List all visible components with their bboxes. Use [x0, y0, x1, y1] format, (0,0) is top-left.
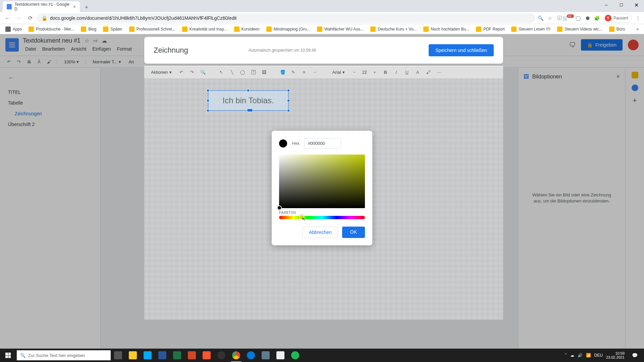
system-tray: ˄ ☁ 🔊 📶 DEU 10:59 23.02.2021 💬 — [565, 351, 644, 359]
drawing-title: Zeichnung — [154, 46, 188, 55]
line-tool-icon[interactable]: ╲ — [229, 69, 235, 75]
start-button[interactable] — [0, 349, 16, 362]
taskbar-app-edge[interactable] — [244, 349, 258, 362]
bookmark-item[interactable]: PDF Report — [473, 25, 507, 33]
selected-textbox[interactable]: Ich bin Tobias. — [208, 90, 288, 111]
action-center-icon[interactable]: 💬 — [628, 353, 641, 358]
select-tool-icon[interactable]: ↖ — [218, 69, 224, 75]
taskbar-app-generic[interactable] — [140, 349, 155, 362]
tray-chevron-up-icon[interactable]: ˄ — [565, 353, 567, 358]
border-weight-icon[interactable]: ≡ — [301, 69, 307, 75]
more-icon[interactable]: ⋯ — [436, 69, 442, 75]
taskbar-app-word[interactable] — [155, 349, 170, 362]
undo-icon[interactable]: ↶ — [178, 69, 184, 75]
text-color-icon[interactable]: A — [415, 69, 421, 75]
fill-color-icon[interactable]: 🪣 — [280, 69, 286, 75]
task-view-button[interactable] — [111, 349, 125, 362]
star-icon[interactable]: ☆ — [547, 15, 553, 21]
adblock-extension-icon[interactable]: ⬢ — [584, 15, 591, 21]
border-color-icon[interactable]: ✎ — [290, 69, 297, 75]
tab-title: Textdokument neu #1 - Google D — [14, 2, 70, 11]
italic-icon[interactable]: I — [393, 69, 399, 75]
tray-language[interactable]: DEU — [594, 353, 603, 358]
tray-wifi-icon[interactable]: 📶 — [586, 353, 591, 358]
maximize-button[interactable]: ☐ — [614, 0, 629, 10]
taskbar-app-chrome[interactable] — [229, 349, 244, 362]
extension-icon[interactable]: ⓘ — [556, 15, 563, 21]
bookmark-item[interactable]: Steuern Videos wic... — [554, 25, 605, 33]
textbox-text: Ich bin Tobias. — [223, 96, 274, 105]
drawing-font-select[interactable]: Arial ▾ — [330, 69, 347, 75]
redo-icon[interactable]: ↷ — [189, 69, 195, 75]
save-and-close-button[interactable]: Speichern und schließen — [429, 44, 494, 56]
shape-tool-icon[interactable]: ◯ — [240, 69, 246, 75]
sv-picker-handle[interactable] — [277, 205, 282, 210]
cursor-icon: ↖ — [302, 217, 306, 222]
close-window-button[interactable]: ✕ — [629, 0, 644, 10]
underline-icon[interactable]: U — [404, 69, 410, 75]
border-dash-icon[interactable]: ┄ — [312, 69, 318, 75]
taskbar-app-notepad[interactable] — [273, 349, 288, 362]
font-decrease-icon[interactable]: − — [352, 69, 358, 75]
forward-button[interactable]: → — [14, 13, 23, 23]
hex-input[interactable] — [304, 138, 341, 148]
taskbar-app-powerpoint[interactable] — [184, 349, 199, 362]
bookmark-item[interactable]: Wahlfächer WU Aus... — [314, 25, 366, 33]
hue-slider[interactable]: ↖ — [279, 216, 365, 219]
font-increase-icon[interactable]: + — [372, 69, 378, 75]
highlight-icon[interactable]: 🖍 — [425, 69, 431, 75]
taskbar-app-brave[interactable] — [199, 349, 214, 362]
close-tab-icon[interactable]: × — [73, 4, 76, 9]
taskbar-clock[interactable]: 10:59 23.02.2021 — [606, 351, 625, 359]
bookmark-item[interactable]: Kursideen — [231, 25, 262, 33]
search-placeholder: Zur Suche Text hier eingeben — [28, 353, 85, 358]
back-button[interactable]: ← — [3, 13, 12, 23]
cart-extension-icon[interactable]: 🛒99+ — [566, 15, 572, 21]
bookmarks-bar: Apps Produktsuche - Mer... Blog Später P… — [0, 24, 644, 34]
zoom-icon[interactable]: 🔍 — [537, 15, 544, 21]
taskbar-app-generic2[interactable] — [258, 349, 273, 362]
new-tab-button[interactable]: + — [82, 3, 91, 12]
ok-button[interactable]: OK — [342, 227, 365, 238]
taskbar-search[interactable]: 🔍 Zur Suche Text hier eingeben — [17, 350, 111, 360]
bookmark-item[interactable]: Kreativität und Insp... — [179, 25, 230, 33]
color-picker-dialog: Hex FARBTON ↖ Abbrechen OK — [272, 131, 372, 245]
bookmark-item[interactable]: Später — [100, 25, 125, 33]
bold-icon[interactable]: B — [382, 69, 388, 75]
address-bar[interactable]: 🔒 docs.google.com/document/d/1hUH8k6h7Lb… — [37, 13, 535, 23]
drawing-dialog-header: Zeichnung Automatisch gespeichert um 10:… — [144, 37, 503, 64]
cancel-button[interactable]: Abbrechen — [303, 227, 338, 238]
puzzle-extensions-icon[interactable]: 🧩 — [594, 15, 600, 21]
font-size-value[interactable]: 22 — [362, 70, 367, 75]
circle-extension-icon[interactable]: ◯ — [575, 15, 582, 21]
browser-tab[interactable]: Textdokument neu #1 - Google D × — [3, 1, 80, 12]
bookmark-item[interactable]: Noch hochladen Bu... — [421, 25, 472, 33]
tray-volume-icon[interactable]: 🔊 — [578, 353, 583, 358]
bookmark-item[interactable]: Professionell Schrei... — [126, 25, 178, 33]
bookmark-apps[interactable]: Apps — [3, 25, 24, 33]
bookmark-item[interactable]: Produktsuche - Mer... — [26, 25, 77, 33]
drawing-toolbar: Aktionen ▾ ↶ ↷ 🔍 ↖ ╲ ◯ 🅃 🖼 🪣 ✎ ≡ ┄ Arial… — [144, 66, 503, 78]
taskbar-app-obs[interactable] — [214, 349, 229, 362]
zoom-icon[interactable]: 🔍 — [200, 69, 206, 75]
taskbar-app-excel[interactable] — [170, 349, 184, 362]
docs-favicon — [7, 4, 12, 9]
tray-onedrive-icon[interactable]: ☁ — [570, 353, 574, 358]
image-tool-icon[interactable]: 🖼 — [261, 69, 267, 75]
actions-menu[interactable]: Aktionen ▾ — [149, 69, 174, 75]
url-text: docs.google.com/document/d/1hUH8k6h7Lb8y… — [50, 15, 236, 21]
reload-button[interactable]: ⟳ — [25, 13, 35, 23]
textbox-tool-icon[interactable]: 🅃 — [251, 69, 257, 75]
bookmark-item[interactable]: Blog — [78, 25, 99, 33]
taskbar-app-explorer[interactable] — [125, 349, 140, 362]
profile-chip[interactable]: T Pausiert — [603, 14, 632, 22]
taskbar-app-spotify[interactable] — [288, 349, 303, 362]
chrome-menu-icon[interactable]: ⋮ — [635, 15, 641, 21]
bookmark-item[interactable]: Steuern Lesen !!!! — [508, 25, 553, 33]
bookmarks-overflow[interactable]: » — [634, 25, 641, 33]
bookmark-item[interactable]: Deutsche Kurs + Vo... — [368, 25, 419, 33]
minimize-button[interactable]: ─ — [599, 0, 614, 10]
bookmark-item[interactable]: Büro — [606, 25, 628, 33]
saturation-value-picker[interactable] — [279, 155, 365, 208]
bookmark-item[interactable]: Mindmapping (Gru... — [264, 25, 313, 33]
